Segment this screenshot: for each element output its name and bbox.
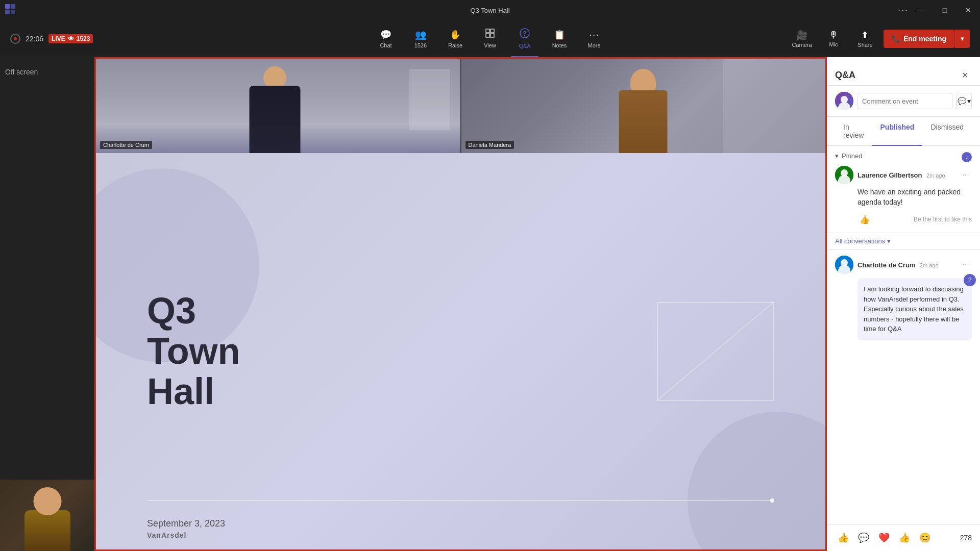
charlotte-message-time: 2m ago bbox=[920, 262, 939, 268]
smile-icon: 😊 bbox=[919, 532, 930, 543]
all-conversations-chevron: ▾ bbox=[887, 237, 891, 245]
svg-rect-3 bbox=[11, 10, 15, 14]
tab-published[interactable]: Published bbox=[872, 117, 923, 145]
slide-divider-line bbox=[147, 500, 774, 501]
laurence-name-time: Laurence Gilbertson 2m ago bbox=[857, 170, 945, 180]
svg-text:?: ? bbox=[523, 30, 526, 37]
charlotte-message-section: Charlotte de Crum 2m ago ··· ? I am look… bbox=[827, 249, 980, 346]
toolbar-chat[interactable]: 💬 Chat bbox=[369, 20, 403, 57]
comment-type-button[interactable]: 💬 ▾ bbox=[957, 93, 972, 109]
share-label: Share bbox=[857, 42, 872, 48]
end-meeting-dropdown-button[interactable]: ▾ bbox=[954, 30, 970, 48]
svg-rect-7 bbox=[491, 34, 494, 37]
slide-company: VanArsdel bbox=[147, 531, 186, 539]
room-wall-2 bbox=[723, 59, 825, 153]
svg-text:✓: ✓ bbox=[965, 156, 969, 160]
heart-reaction-icon: ❤️ bbox=[878, 532, 890, 543]
view-icon bbox=[485, 29, 495, 40]
toolbar-qna[interactable]: ? Q&A bbox=[507, 20, 542, 57]
more-label: More bbox=[587, 42, 600, 48]
end-meeting-button[interactable]: 📞 End meeting bbox=[884, 30, 954, 48]
live-label: LIVE bbox=[52, 35, 65, 42]
self-video-tile bbox=[0, 480, 94, 551]
people-count: 1526 bbox=[414, 42, 427, 48]
qna-close-button[interactable]: ✕ bbox=[958, 68, 972, 83]
blue-thumbs-icon: 👍 bbox=[899, 532, 910, 543]
blue-thumbs-reaction-button[interactable]: 👍 bbox=[896, 530, 913, 546]
slide-title-q3: Q3 bbox=[147, 290, 196, 331]
minimize-button[interactable]: — bbox=[910, 0, 933, 20]
slide-content: Q3 Town Hall September 3, 2023 VanArsdel bbox=[96, 153, 825, 549]
chevron-icon: ▾ bbox=[967, 97, 971, 105]
svg-rect-5 bbox=[491, 29, 494, 33]
slide-title-town: Town bbox=[147, 331, 240, 371]
laurence-like-button[interactable]: 👍 bbox=[857, 212, 872, 227]
speaker-row: Charlotte de Crum Daniela Mandera bbox=[96, 59, 825, 153]
daniela-body bbox=[619, 90, 668, 153]
pinned-label: Pinned bbox=[842, 152, 862, 160]
chat-label: Chat bbox=[380, 42, 391, 48]
first-like-text: Be the first to like this bbox=[914, 216, 972, 223]
toolbar-camera[interactable]: 🎥 Camera bbox=[789, 30, 815, 48]
end-meeting-label: End meeting bbox=[903, 35, 946, 43]
svg-rect-0 bbox=[5, 4, 10, 9]
shelf-decoration bbox=[409, 69, 450, 130]
qna-icon: ? bbox=[520, 28, 530, 41]
thumbs-up-reaction-button[interactable]: 👍 bbox=[835, 530, 851, 546]
toolbar-notes[interactable]: 📋 Notes bbox=[542, 20, 577, 57]
comment-icon: 💬 bbox=[958, 97, 966, 105]
toolbar-mic[interactable]: 🎙 Mic bbox=[820, 30, 847, 47]
mic-label: Mic bbox=[829, 41, 838, 47]
toolbar-items: 💬 Chat 👥 1526 ✋ Raise View bbox=[369, 20, 611, 57]
people-icon: 👥 bbox=[415, 29, 426, 40]
phone-end-icon: 📞 bbox=[892, 35, 900, 43]
comment-reaction-button[interactable]: 💬 bbox=[855, 530, 872, 546]
self-body bbox=[24, 510, 70, 551]
chevron-down-icon: ▾ bbox=[835, 152, 839, 160]
slide-box-svg bbox=[657, 302, 774, 401]
toolbar-raise[interactable]: ✋ Raise bbox=[438, 20, 473, 57]
charlotte-message-bubble: ? I am looking forward to discussing how… bbox=[857, 278, 972, 340]
smile-reaction-button[interactable]: 😊 bbox=[917, 530, 933, 546]
divider-dot bbox=[770, 498, 774, 503]
comment-reaction-icon: 💬 bbox=[858, 532, 869, 543]
all-conversations-filter[interactable]: All conversations ▾ bbox=[827, 233, 980, 249]
charlotte-name-tag: Charlotte de Crum bbox=[100, 141, 152, 149]
charlotte-silhouette bbox=[241, 66, 308, 153]
tab-dismissed[interactable]: Dismissed bbox=[922, 117, 972, 145]
reaction-count: 278 bbox=[960, 534, 972, 542]
pinned-section: ▾ Pinned ✓ bbox=[827, 146, 980, 233]
qna-label: Q&A bbox=[519, 43, 530, 49]
timer-ring-icon bbox=[10, 34, 20, 44]
laurence-avatar bbox=[835, 166, 853, 184]
pinned-status-indicator: ✓ bbox=[962, 152, 972, 162]
laurence-message-more[interactable]: ··· bbox=[960, 169, 972, 181]
charlotte-name-time: Charlotte de Crum 2m ago bbox=[857, 260, 939, 269]
tab-in-review[interactable]: In review bbox=[835, 117, 872, 145]
charlotte-avatar bbox=[835, 256, 853, 274]
tab-published-label: Published bbox=[880, 123, 915, 131]
presentation-area: Q3 Town Hall September 3, 2023 VanArsdel bbox=[96, 153, 825, 549]
svg-rect-6 bbox=[486, 34, 489, 37]
speaker-tile-daniela: Daniela Mandera bbox=[461, 59, 826, 153]
self-video-background bbox=[0, 480, 94, 551]
window-menu[interactable]: ··· bbox=[898, 5, 909, 16]
toolbar-people[interactable]: 👥 1526 bbox=[403, 20, 438, 57]
pinned-header: ▾ Pinned bbox=[835, 152, 972, 160]
comment-input-field[interactable] bbox=[857, 93, 952, 109]
slide-date: September 3, 2023 bbox=[147, 518, 225, 529]
reaction-bar: 👍 💬 ❤️ 👍 😊 278 bbox=[827, 524, 980, 551]
slide-circle-bottom-right bbox=[688, 412, 825, 549]
charlotte-body bbox=[249, 86, 300, 153]
toolbar-share[interactable]: ⬆ Share bbox=[852, 30, 878, 48]
maximize-button[interactable]: □ bbox=[933, 0, 957, 20]
slide-title-hall: Hall bbox=[147, 371, 214, 412]
charlotte-message-text: I am looking forward to discussing how V… bbox=[864, 284, 966, 334]
toolbar-view[interactable]: View bbox=[473, 20, 507, 57]
svg-point-13 bbox=[841, 96, 848, 103]
video-area: Charlotte de Crum Daniela Mandera bbox=[94, 57, 827, 551]
close-button[interactable]: ✕ bbox=[957, 0, 980, 20]
heart-reaction-button[interactable]: ❤️ bbox=[876, 530, 892, 546]
toolbar-more[interactable]: ··· More bbox=[577, 20, 611, 57]
charlotte-message-more[interactable]: ··· bbox=[960, 259, 972, 271]
